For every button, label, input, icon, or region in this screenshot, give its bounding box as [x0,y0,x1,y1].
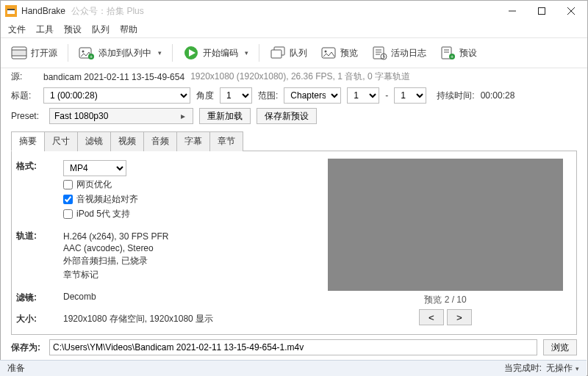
save-path-input[interactable] [49,339,537,355]
svg-rect-2 [7,9,15,10]
toolbar-label: 活动日志 [391,47,426,59]
open-source-button[interactable]: 打开源 [7,42,62,64]
source-name: bandicam 2021-02-11 13-15-49-654 [43,72,184,82]
duration-label: 持续时间: [437,90,474,102]
browse-button[interactable]: 浏览 [543,339,577,355]
window-title: HandBrake [21,6,65,16]
svg-rect-4 [539,8,545,15]
toolbar-label: 预设 [459,47,477,59]
log-icon [371,45,387,61]
queue-icon [270,45,286,61]
align-av-checkbox[interactable] [63,195,73,204]
preset-picker[interactable]: Fast 1080p30▸ [49,108,193,124]
svg-point-12 [82,51,85,53]
maximize-button[interactable] [527,1,556,21]
preview-button[interactable]: 预览 [316,42,362,64]
duration-value: 00:00:28 [481,90,515,101]
preview-image [328,159,563,291]
svg-rect-8 [12,50,26,56]
status-ready: 准备 [7,362,25,375]
track-line: AAC (avcodec), Stereo [63,243,328,253]
film-icon [11,45,27,61]
menu-queue[interactable]: 队列 [87,22,114,37]
ipod5-label: iPod 5代 支持 [76,208,130,220]
title-label: 标题: [11,90,37,102]
web-optimized-label: 网页优化 [76,178,112,191]
menu-tools[interactable]: 工具 [32,22,58,37]
add-to-queue-button[interactable]: + 添加到队列中 [74,42,166,64]
image-icon [320,45,337,61]
menu-presets[interactable]: 预设 [60,22,86,37]
align-av-label: 音视频起始对齐 [76,193,138,206]
presets-button[interactable]: + 预设 [435,42,481,64]
tab-subtitles[interactable]: 字幕 [176,131,210,151]
preview-prev-button[interactable]: < [419,309,444,325]
play-icon [183,45,199,61]
start-encode-button[interactable]: 开始编码 [179,42,253,64]
angle-select[interactable]: 1 [220,87,252,104]
tab-dimensions[interactable]: 尺寸 [44,131,78,151]
window-subtitle: 公众号：拾集 Plus [71,5,144,18]
toolbar-label: 打开源 [31,47,57,59]
tab-chapters[interactable]: 章节 [209,131,243,151]
svg-text:+: + [90,54,93,59]
minimize-button[interactable] [498,1,527,21]
tracks-label: 轨道: [16,230,56,283]
format-label: 格式: [16,160,56,223]
queue-button[interactable]: 队列 [265,42,312,64]
toolbar-label: 添加到队列中 [98,47,151,59]
save-as-label: 保存为: [11,341,43,354]
close-button[interactable] [556,1,586,21]
tab-bar: 摘要 尺寸 滤镜 视频 音频 字幕 章节 [11,131,577,151]
range-dash: - [385,90,388,101]
source-info: 1920x1080 (1920x1080), 26.36 FPS, 1 音轨, … [190,70,410,83]
web-optimized-checkbox[interactable] [63,180,73,189]
filters-label: 滤镜: [16,292,56,304]
range-type-select[interactable]: Chapters [284,87,341,104]
range-from-select[interactable]: 1 [347,87,379,104]
toolbar-label: 预览 [340,47,358,59]
title-select[interactable]: 1 (00:00:28) [43,87,190,104]
activity-log-button[interactable]: 活动日志 [367,42,431,64]
svg-rect-18 [271,50,282,58]
toolbar-label: 开始编码 [203,47,238,59]
track-line: 外部音频扫描, 已烧录 [63,255,328,267]
when-done-label: 当完成时: [504,362,542,375]
menu-help[interactable]: 帮助 [115,22,142,37]
reload-preset-button[interactable]: 重新加载 [199,108,251,124]
range-label: 范围: [258,90,278,102]
when-done-action[interactable]: 无操作 [546,362,579,375]
size-label: 大小: [16,313,56,325]
tab-filters[interactable]: 滤镜 [77,131,111,151]
range-to-select[interactable]: 1 [394,87,426,104]
presets-icon: + [440,45,456,61]
format-select[interactable]: MP4 [63,160,126,176]
size-value: 1920x1080 存储空间, 1920x1080 显示 [63,313,328,325]
toolbar: 打开源 + 添加到队列中 开始编码 队列 预览 活动日志 + 预设 [1,38,587,68]
svg-point-20 [325,51,327,53]
tab-audio[interactable]: 音频 [143,131,177,151]
tab-video[interactable]: 视频 [110,131,144,151]
toolbar-label: 队列 [290,47,307,59]
ipod5-checkbox[interactable] [63,209,73,219]
svg-rect-21 [373,47,384,59]
menu-file[interactable]: 文件 [4,22,30,37]
angle-label: 角度 [196,90,214,102]
menu-bar: 文件 工具 预设 队列 帮助 [1,21,587,37]
preview-next-button[interactable]: > [447,309,472,325]
image-plus-icon: + [79,45,95,61]
track-line: 章节标记 [63,269,328,281]
preset-label: Preset: [11,111,43,121]
source-label: 源: [11,70,37,83]
save-new-preset-button[interactable]: 保存新预设 [257,108,317,124]
preview-caption: 预览 2 / 10 [328,294,563,306]
track-line: H.264 (x264), 30 FPS PFR [63,231,328,242]
filters-value: Decomb [63,292,328,304]
svg-text:+: + [451,54,453,59]
tab-summary[interactable]: 摘要 [11,131,45,151]
app-icon [5,5,17,17]
